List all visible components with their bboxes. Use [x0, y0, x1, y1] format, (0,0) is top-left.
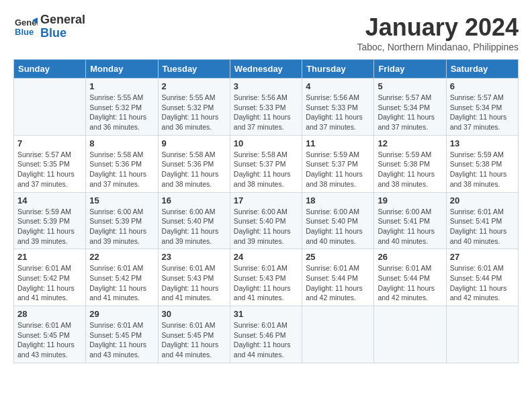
day-info: Sunrise: 6:01 AMSunset: 5:43 PMDaylight:… — [234, 263, 298, 303]
day-number: 12 — [378, 138, 442, 148]
calendar-cell: 18Sunrise: 6:00 AMSunset: 5:40 PMDayligh… — [302, 192, 374, 249]
page-header: General Blue General Blue January 2024 T… — [13, 13, 519, 52]
day-info: Sunrise: 5:57 AMSunset: 5:35 PMDaylight:… — [17, 150, 82, 189]
week-row-2: 14Sunrise: 5:59 AMSunset: 5:39 PMDayligh… — [14, 192, 519, 249]
calendar-cell: 31Sunrise: 6:01 AMSunset: 5:46 PMDayligh… — [230, 306, 302, 363]
day-info: Sunrise: 5:55 AMSunset: 5:32 PMDaylight:… — [89, 93, 154, 132]
week-row-4: 28Sunrise: 6:01 AMSunset: 5:45 PMDayligh… — [14, 306, 519, 363]
day-info: Sunrise: 6:00 AMSunset: 5:40 PMDaylight:… — [162, 207, 226, 246]
day-info: Sunrise: 6:01 AMSunset: 5:44 PMDaylight:… — [450, 263, 515, 303]
day-info: Sunrise: 6:00 AMSunset: 5:40 PMDaylight:… — [234, 207, 298, 246]
day-number: 22 — [89, 252, 154, 262]
calendar-cell: 2Sunrise: 5:55 AMSunset: 5:32 PMDaylight… — [158, 79, 230, 136]
day-number: 3 — [234, 81, 298, 91]
day-number: 4 — [306, 81, 370, 91]
calendar-cell: 28Sunrise: 6:01 AMSunset: 5:45 PMDayligh… — [14, 306, 86, 363]
calendar-cell — [14, 79, 86, 136]
calendar-cell: 23Sunrise: 6:01 AMSunset: 5:43 PMDayligh… — [158, 249, 230, 306]
day-info: Sunrise: 6:01 AMSunset: 5:45 PMDaylight:… — [89, 320, 154, 360]
day-info: Sunrise: 5:59 AMSunset: 5:37 PMDaylight:… — [306, 150, 370, 189]
calendar-cell: 26Sunrise: 6:01 AMSunset: 5:44 PMDayligh… — [374, 249, 446, 306]
calendar-cell: 8Sunrise: 5:58 AMSunset: 5:36 PMDaylight… — [86, 135, 158, 192]
day-info: Sunrise: 6:01 AMSunset: 5:44 PMDaylight:… — [378, 263, 442, 303]
week-row-3: 21Sunrise: 6:01 AMSunset: 5:42 PMDayligh… — [14, 249, 519, 306]
weekday-tuesday: Tuesday — [158, 60, 230, 79]
calendar-cell: 15Sunrise: 6:00 AMSunset: 5:39 PMDayligh… — [86, 192, 158, 249]
day-info: Sunrise: 5:59 AMSunset: 5:38 PMDaylight:… — [378, 150, 442, 189]
day-number: 10 — [234, 138, 298, 148]
day-number: 2 — [162, 81, 226, 91]
calendar-cell: 27Sunrise: 6:01 AMSunset: 5:44 PMDayligh… — [446, 249, 518, 306]
title-block: January 2024 Taboc, Northern Mindanao, P… — [357, 13, 519, 52]
day-number: 24 — [234, 252, 298, 262]
day-number: 8 — [89, 138, 154, 148]
day-info: Sunrise: 6:00 AMSunset: 5:41 PMDaylight:… — [378, 207, 442, 246]
day-info: Sunrise: 5:57 AMSunset: 5:34 PMDaylight:… — [450, 93, 515, 132]
day-info: Sunrise: 6:01 AMSunset: 5:42 PMDaylight:… — [89, 263, 154, 303]
weekday-wednesday: Wednesday — [230, 60, 302, 79]
day-number: 11 — [306, 138, 370, 148]
day-info: Sunrise: 6:00 AMSunset: 5:40 PMDaylight:… — [306, 207, 370, 246]
day-number: 17 — [234, 195, 298, 205]
calendar-cell: 24Sunrise: 6:01 AMSunset: 5:43 PMDayligh… — [230, 249, 302, 306]
calendar-cell: 25Sunrise: 6:01 AMSunset: 5:44 PMDayligh… — [302, 249, 374, 306]
calendar-cell — [374, 306, 446, 363]
calendar-cell: 22Sunrise: 6:01 AMSunset: 5:42 PMDayligh… — [86, 249, 158, 306]
day-number: 21 — [17, 252, 82, 262]
day-info: Sunrise: 6:01 AMSunset: 5:45 PMDaylight:… — [162, 320, 226, 360]
weekday-saturday: Saturday — [446, 60, 518, 79]
day-info: Sunrise: 5:56 AMSunset: 5:33 PMDaylight:… — [306, 93, 370, 132]
calendar-cell: 30Sunrise: 6:01 AMSunset: 5:45 PMDayligh… — [158, 306, 230, 363]
svg-text:Blue: Blue — [15, 27, 34, 37]
month-title: January 2024 — [357, 13, 519, 42]
weekday-friday: Friday — [374, 60, 446, 79]
day-number: 28 — [17, 309, 82, 319]
day-number: 20 — [450, 195, 515, 205]
day-number: 9 — [162, 138, 226, 148]
day-number: 15 — [89, 195, 154, 205]
calendar-cell: 11Sunrise: 5:59 AMSunset: 5:37 PMDayligh… — [302, 135, 374, 192]
day-info: Sunrise: 6:00 AMSunset: 5:39 PMDaylight:… — [89, 207, 154, 246]
logo-line2: Blue — [40, 27, 85, 40]
calendar-cell: 17Sunrise: 6:00 AMSunset: 5:40 PMDayligh… — [230, 192, 302, 249]
day-number: 5 — [378, 81, 442, 91]
day-info: Sunrise: 5:59 AMSunset: 5:38 PMDaylight:… — [450, 150, 515, 189]
logo: General Blue General Blue — [13, 13, 85, 40]
logo-icon: General Blue — [13, 15, 38, 39]
day-info: Sunrise: 6:01 AMSunset: 5:41 PMDaylight:… — [450, 207, 515, 246]
calendar-cell: 4Sunrise: 5:56 AMSunset: 5:33 PMDaylight… — [302, 79, 374, 136]
day-info: Sunrise: 6:01 AMSunset: 5:44 PMDaylight:… — [306, 263, 370, 303]
day-number: 13 — [450, 138, 515, 148]
calendar-cell: 16Sunrise: 6:00 AMSunset: 5:40 PMDayligh… — [158, 192, 230, 249]
day-number: 6 — [450, 81, 515, 91]
calendar-cell: 5Sunrise: 5:57 AMSunset: 5:34 PMDaylight… — [374, 79, 446, 136]
day-number: 23 — [162, 252, 226, 262]
day-number: 30 — [162, 309, 226, 319]
calendar-cell: 14Sunrise: 5:59 AMSunset: 5:39 PMDayligh… — [14, 192, 86, 249]
weekday-sunday: Sunday — [14, 60, 86, 79]
day-number: 16 — [162, 195, 226, 205]
day-number: 1 — [89, 81, 154, 91]
day-number: 27 — [450, 252, 515, 262]
location-title: Taboc, Northern Mindanao, Philippines — [357, 42, 519, 52]
calendar-cell: 9Sunrise: 5:58 AMSunset: 5:36 PMDaylight… — [158, 135, 230, 192]
day-number: 29 — [89, 309, 154, 319]
calendar-cell: 7Sunrise: 5:57 AMSunset: 5:35 PMDaylight… — [14, 135, 86, 192]
calendar-table: SundayMondayTuesdayWednesdayThursdayFrid… — [13, 59, 519, 363]
day-number: 25 — [306, 252, 370, 262]
day-info: Sunrise: 5:55 AMSunset: 5:32 PMDaylight:… — [162, 93, 226, 132]
calendar-cell: 6Sunrise: 5:57 AMSunset: 5:34 PMDaylight… — [446, 79, 518, 136]
calendar-body: 1Sunrise: 5:55 AMSunset: 5:32 PMDaylight… — [14, 79, 519, 363]
day-number: 19 — [378, 195, 442, 205]
week-row-1: 7Sunrise: 5:57 AMSunset: 5:35 PMDaylight… — [14, 135, 519, 192]
day-number: 26 — [378, 252, 442, 262]
calendar-cell: 21Sunrise: 6:01 AMSunset: 5:42 PMDayligh… — [14, 249, 86, 306]
day-info: Sunrise: 5:58 AMSunset: 5:36 PMDaylight:… — [162, 150, 226, 189]
day-number: 7 — [17, 138, 82, 148]
svg-text:General: General — [15, 17, 38, 28]
day-info: Sunrise: 6:01 AMSunset: 5:42 PMDaylight:… — [17, 263, 82, 303]
calendar-cell: 10Sunrise: 5:58 AMSunset: 5:37 PMDayligh… — [230, 135, 302, 192]
day-info: Sunrise: 5:57 AMSunset: 5:34 PMDaylight:… — [378, 93, 442, 132]
calendar-cell: 12Sunrise: 5:59 AMSunset: 5:38 PMDayligh… — [374, 135, 446, 192]
day-number: 18 — [306, 195, 370, 205]
